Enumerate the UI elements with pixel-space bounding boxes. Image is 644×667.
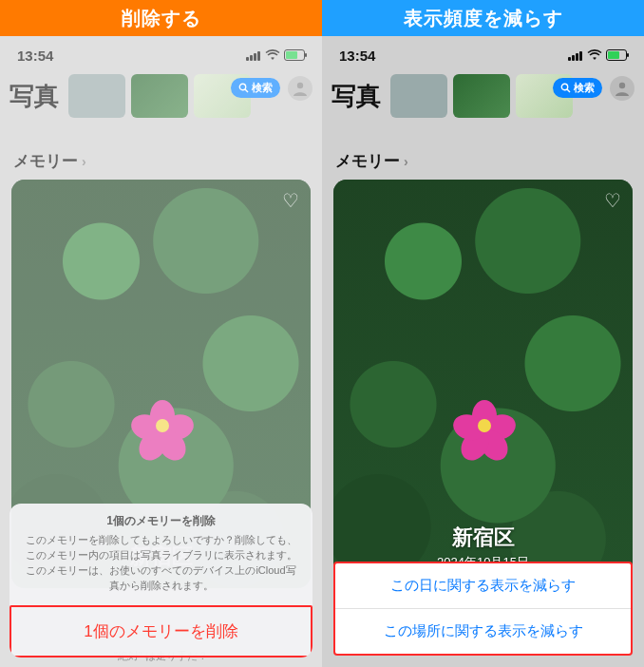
status-right — [246, 49, 305, 61]
thumb-favorites[interactable]: お気に入り — [68, 74, 125, 118]
banner-delete: 削除する — [0, 0, 322, 36]
svg-line-5 — [245, 89, 248, 92]
svg-rect-2 — [254, 53, 256, 61]
header-row: 写真 お気に入り 最近保存した項目 地図 検索 — [322, 74, 644, 124]
feature-less-place-button[interactable]: この場所に関する表示を減らす — [335, 608, 631, 654]
favorite-icon[interactable]: ♡ — [604, 189, 621, 212]
svg-point-11 — [561, 84, 567, 89]
svg-rect-3 — [257, 51, 260, 61]
phone-screen-left: 13:54 写真 お気に入り 最近保存した項目 地図 — [0, 36, 322, 667]
sheet-title: 1個のメモリーを削除 — [9, 504, 313, 533]
search-label: 検索 — [252, 81, 273, 95]
svg-rect-0 — [246, 57, 249, 61]
status-time: 13:54 — [17, 48, 53, 64]
action-sheet: 1個のメモリーを削除 このメモリーを削除してもよろしいですか？削除しても、このメ… — [9, 504, 313, 657]
section-label: メモリー — [13, 150, 78, 172]
svg-rect-9 — [576, 53, 578, 61]
chevron-right-icon: › — [404, 154, 408, 169]
memory-card[interactable]: ♡ 新宿区 2024年10月15日 — [333, 180, 633, 588]
search-label: 検索 — [574, 81, 595, 95]
search-icon — [238, 83, 249, 93]
chevron-right-icon: › — [82, 154, 86, 169]
thumb-favorites[interactable]: お気に入り — [390, 74, 447, 118]
favorite-icon[interactable]: ♡ — [282, 189, 299, 212]
memory-place: 新宿区 — [333, 524, 633, 552]
phone-screen-right: 13:54 写真 お気に入り 最近保存した項目 地図 — [322, 36, 644, 667]
search-button[interactable]: 検索 — [553, 78, 602, 98]
status-right — [568, 49, 627, 61]
profile-avatar[interactable] — [288, 76, 313, 101]
profile-avatar[interactable] — [610, 76, 635, 101]
svg-rect-8 — [572, 55, 575, 61]
sheet-message: このメモリーを削除してもよろしいですか？削除しても、このメモリー内の項目は写真ラ… — [9, 533, 313, 605]
svg-point-13 — [619, 83, 625, 88]
banner-reduce: 表示頻度を減らす — [322, 0, 644, 36]
column-delete: 削除する 13:54 写真 お気に入り 最近保存した項目 地図 — [0, 0, 322, 667]
svg-point-4 — [239, 84, 245, 89]
feature-less-options: この日に関する表示を減らす この場所に関する表示を減らす — [333, 562, 633, 656]
feature-less-day-button[interactable]: この日に関する表示を減らす — [335, 563, 631, 608]
svg-rect-10 — [579, 51, 582, 61]
app-title: 写真 — [9, 80, 59, 113]
search-icon — [560, 83, 571, 93]
svg-rect-1 — [250, 55, 253, 61]
status-bar: 13:54 — [322, 36, 644, 74]
svg-line-12 — [567, 89, 570, 92]
action-sheet-panel: 1個のメモリーを削除 このメモリーを削除してもよろしいですか？削除しても、このメ… — [9, 504, 313, 657]
battery-indicator — [284, 49, 305, 61]
status-bar: 13:54 — [0, 36, 322, 74]
section-memories[interactable]: メモリー › — [0, 124, 322, 180]
header-row: 写真 お気に入り 最近保存した項目 地図 検索 — [0, 74, 322, 124]
svg-point-6 — [297, 83, 303, 88]
wifi-icon — [587, 49, 602, 61]
section-memories[interactable]: メモリー › — [322, 124, 644, 180]
app-title: 写真 — [331, 80, 381, 113]
thumb-recent[interactable]: 最近保存した項目 — [453, 74, 510, 118]
battery-indicator — [606, 49, 627, 61]
thumb-recent[interactable]: 最近保存した項目 — [131, 74, 188, 118]
column-reduce: 表示頻度を減らす 13:54 写真 お気に入り 最近保存した項目 地図 — [322, 0, 644, 667]
status-time: 13:54 — [339, 48, 375, 64]
svg-rect-7 — [568, 57, 571, 61]
section-label: メモリー — [335, 150, 400, 172]
wifi-icon — [265, 49, 280, 61]
delete-memory-button[interactable]: 1個のメモリーを削除 — [9, 605, 313, 657]
search-button[interactable]: 検索 — [231, 78, 280, 98]
cellular-icon — [568, 50, 583, 61]
cellular-icon — [246, 50, 261, 61]
